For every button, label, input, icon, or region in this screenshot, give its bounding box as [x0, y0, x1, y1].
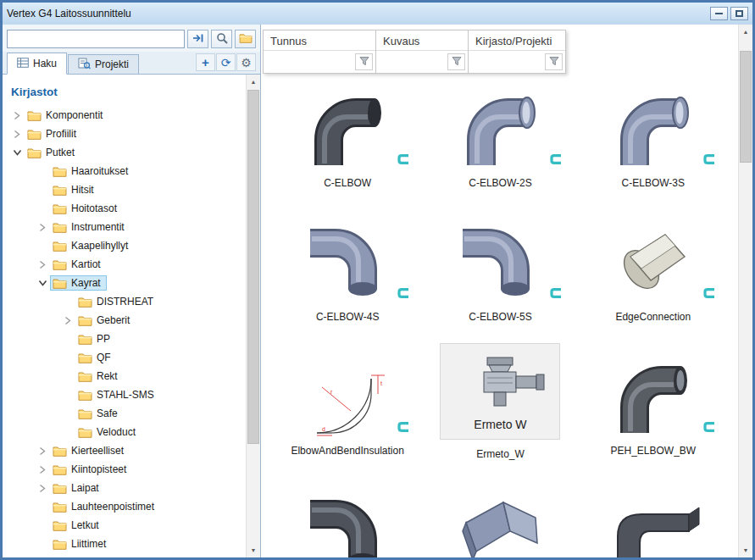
tree-node[interactable]: Rekt — [75, 369, 124, 384]
tree-node[interactable]: Putket — [25, 145, 80, 160]
grid-item-c-elbow-5s[interactable]: C-ELBOW-5S — [425, 221, 575, 323]
grid-item-c-elbow-4s[interactable]: C-ELBOW-4S — [273, 221, 422, 323]
browse-folder-button[interactable] — [235, 30, 256, 48]
chevron-collapsed-icon[interactable] — [9, 111, 25, 120]
scroll-down-icon[interactable]: ▼ — [739, 543, 752, 557]
scrollbar-track[interactable] — [247, 89, 260, 543]
tree-node[interactable]: QF — [75, 350, 117, 365]
tree-node[interactable]: Geberit — [75, 313, 136, 328]
maximize-button[interactable] — [730, 7, 748, 20]
tree-item-kierteelliset[interactable]: Kierteelliset — [3, 441, 246, 460]
tree-item-qf[interactable]: QF — [3, 348, 246, 367]
scrollbar-track[interactable] — [739, 39, 752, 543]
tree-item-kiintopisteet[interactable]: Kiintopisteet — [3, 460, 246, 479]
tree-node[interactable]: DISTRHEAT — [75, 294, 159, 309]
search-input[interactable] — [7, 30, 185, 48]
tree-item-geberit[interactable]: Geberit — [3, 311, 246, 330]
tree-node[interactable]: Kartiot — [50, 257, 107, 272]
tree-item-kayrat[interactable]: Kayrat — [3, 274, 246, 292]
chevron-collapsed-icon[interactable] — [35, 465, 50, 474]
tree-item-rekt[interactable]: Rekt — [3, 367, 246, 385]
filter-kuvaus-button[interactable] — [447, 53, 465, 70]
search-toolbar — [3, 25, 260, 52]
column-header-tunnus[interactable]: Tunnus — [263, 30, 376, 74]
grid-item-c-elbow[interactable]: C-ELBOW — [273, 87, 422, 189]
column-header-kuvaus[interactable]: Kuvaus — [375, 30, 469, 74]
chevron-collapsed-icon[interactable] — [35, 484, 50, 493]
tree-scrollbar[interactable]: ▲ ▼ — [246, 75, 260, 557]
grid-item-elbowandbendinsulation[interactable]: rdtElbowAndBendInsulation — [273, 355, 422, 460]
chevron-collapsed-icon[interactable] — [35, 223, 50, 232]
tree-node[interactable]: Haaroitukset — [50, 164, 134, 179]
tree-item-hitsit[interactable]: Hitsit — [3, 180, 246, 199]
tree-node[interactable]: Hoitotasot — [50, 201, 123, 216]
tree-item-putket[interactable]: Putket — [3, 143, 246, 162]
tree-item-letkut[interactable]: Letkut — [3, 516, 246, 535]
tree-node[interactable]: Profiilit — [25, 126, 82, 141]
tree-item-pp[interactable]: PP — [3, 330, 246, 348]
tree-node[interactable]: Kiintopisteet — [50, 462, 132, 477]
chevron-collapsed-icon[interactable] — [9, 130, 25, 139]
tree-item-instrumentit[interactable]: Instrumentit — [3, 218, 246, 236]
tree-item-liittimet[interactable]: Liittimet — [3, 535, 246, 553]
tree-item-stahl-sms[interactable]: STAHL-SMS — [3, 385, 246, 404]
scrollbar-thumb[interactable] — [740, 51, 752, 163]
tree-node[interactable]: Letkut — [50, 518, 105, 533]
results-scrollbar[interactable]: ▲ ▼ — [738, 25, 752, 557]
scroll-up-icon[interactable]: ▲ — [247, 75, 260, 89]
tree-node[interactable]: Hitsit — [50, 182, 100, 197]
scrollbar-thumb[interactable] — [247, 90, 259, 444]
column-header-kirjasto-projekti[interactable]: Kirjasto/Projekti — [468, 30, 566, 74]
tree-node[interactable]: Instrumentit — [50, 219, 130, 235]
refresh-button[interactable]: ⟳ — [216, 53, 236, 71]
grid-item-edgeconnection[interactable]: EdgeConnection — [579, 221, 728, 323]
tree-node[interactable]: Kierteelliset — [50, 443, 130, 458]
title-bar[interactable]: Vertex G4 Laitossuunnittelu — [3, 3, 752, 25]
grid-item-peh-elbow-bw[interactable]: PEH_ELBOW_BW — [579, 355, 728, 460]
chevron-collapsed-icon[interactable] — [35, 446, 50, 456]
tree-node[interactable]: Veloduct — [75, 424, 142, 440]
tree-node[interactable]: Lauhteenpoistimet — [50, 499, 160, 514]
tree-node[interactable]: Laipat — [50, 480, 105, 496]
tree-node[interactable]: Komponentit — [25, 108, 108, 123]
grid-item-partial-11[interactable] — [425, 492, 575, 557]
add-button[interactable]: + — [196, 53, 215, 71]
tree-node[interactable]: PP — [75, 331, 116, 347]
tree-item-distrheat[interactable]: DISTRHEAT — [3, 292, 246, 311]
tree-item-veloduct[interactable]: Veloduct — [3, 423, 246, 441]
chevron-collapsed-icon[interactable] — [35, 260, 50, 269]
filter-tunnus-button[interactable] — [355, 53, 373, 70]
grid-item-c-elbow-3s[interactable]: C-ELBOW-3S — [579, 87, 728, 189]
tree-item-laipat[interactable]: Laipat — [3, 479, 246, 497]
tab-projekti[interactable]: Projekti — [68, 54, 139, 74]
tree-node[interactable]: Liittimet — [50, 536, 112, 552]
chevron-expanded-icon[interactable] — [9, 149, 25, 156]
grid-item-partial-12[interactable] — [579, 492, 728, 557]
component-type-badge-icon — [397, 421, 410, 433]
tree-item-kaapelihyllyt[interactable]: Kaapelihyllyt — [3, 236, 246, 255]
tree-item-kartiot[interactable]: Kartiot — [3, 255, 246, 274]
tree-item-lauhteenpoistimet[interactable]: Lauhteenpoistimet — [3, 497, 246, 516]
tree-node-selected[interactable]: Kayrat — [50, 275, 107, 291]
grid-item-c-elbow-2s[interactable]: C-ELBOW-2S — [425, 87, 575, 189]
apply-search-button[interactable] — [187, 30, 208, 48]
tree-node[interactable]: Kaapelihyllyt — [50, 238, 134, 253]
tab-haku[interactable]: Haku — [7, 53, 67, 75]
filter-kirjasto-button[interactable] — [545, 53, 563, 70]
minimize-button[interactable] — [710, 7, 728, 20]
search-button[interactable] — [211, 30, 232, 48]
scroll-down-icon[interactable]: ▼ — [247, 543, 260, 557]
tree-item-hoitotasot[interactable]: Hoitotasot — [3, 199, 246, 218]
tree-node[interactable]: Safe — [75, 406, 124, 421]
settings-button[interactable]: ⚙ — [236, 53, 256, 71]
tree-item-profiilit[interactable]: Profiilit — [3, 125, 246, 143]
grid-item-ermeto-w[interactable]: Ermeto WErmeto_W — [425, 355, 575, 460]
scroll-up-icon[interactable]: ▲ — [739, 25, 752, 39]
grid-item-partial-10[interactable] — [273, 492, 422, 557]
tree-item-haaroitukset[interactable]: Haaroitukset — [3, 162, 246, 180]
tree-item-safe[interactable]: Safe — [3, 404, 246, 423]
chevron-expanded-icon[interactable] — [35, 280, 50, 286]
chevron-collapsed-icon[interactable] — [60, 316, 75, 325]
tree-node[interactable]: STAHL-SMS — [75, 387, 160, 402]
tree-item-komponentit[interactable]: Komponentit — [3, 106, 246, 125]
